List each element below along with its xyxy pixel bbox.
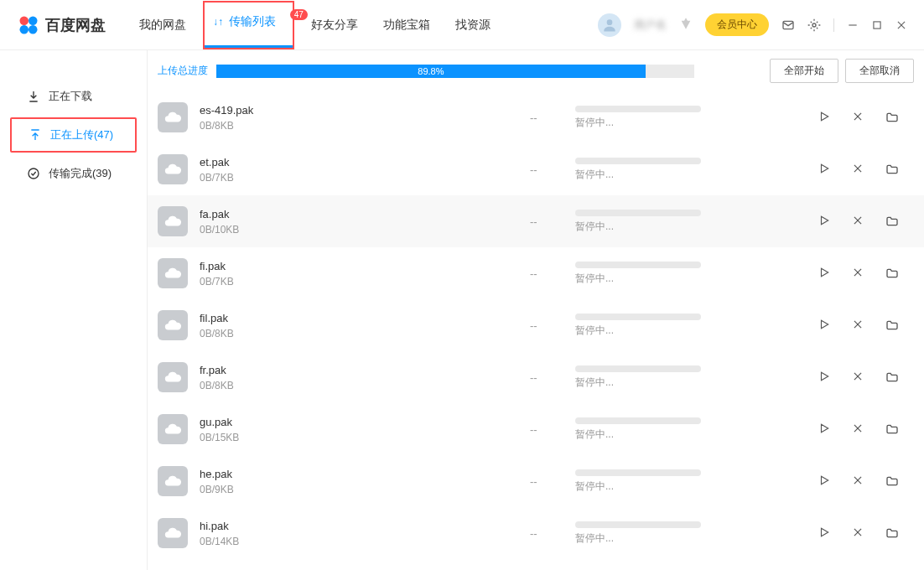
file-row[interactable]: gu.pak 0B/15KB -- 暂停中...: [148, 403, 924, 455]
nav-my-pan[interactable]: 我的网盘: [139, 1, 186, 49]
sidebar-completed-label: 传输完成(39): [49, 166, 112, 181]
cancel-icon[interactable]: [852, 319, 864, 332]
file-progress: 暂停中...: [575, 158, 807, 182]
progress-fill: 89.8%: [216, 65, 646, 78]
file-row[interactable]: fil.pak 0B/8KB -- 暂停中...: [148, 299, 924, 351]
file-progress: 暂停中...: [575, 314, 807, 338]
play-icon[interactable]: [818, 474, 830, 488]
minimize-icon[interactable]: [847, 19, 859, 31]
sidebar-uploading[interactable]: 正在上传(47): [10, 117, 137, 153]
file-progress: 暂停中...: [575, 469, 807, 494]
file-row[interactable]: es-419.pak 0B/8KB -- 暂停中...: [148, 91, 924, 143]
progress-bar: 上传总进度 89.8% 全部开始 全部取消: [148, 50, 924, 91]
file-size: 0B/7KB: [200, 172, 518, 184]
file-speed: --: [530, 215, 563, 228]
file-size: 0B/15KB: [200, 432, 518, 443]
file-info: es-419.pak 0B/8KB: [200, 104, 518, 132]
file-speed: --: [530, 527, 563, 540]
file-info: he.pak 0B/9KB: [200, 468, 518, 495]
close-icon[interactable]: [895, 19, 907, 31]
sidebar-downloading[interactable]: 正在下载: [10, 80, 137, 112]
file-size: 0B/8KB: [200, 328, 518, 339]
svg-point-3: [29, 25, 38, 34]
nav-find-resource[interactable]: 找资源: [455, 1, 491, 49]
play-icon[interactable]: [818, 163, 830, 176]
file-actions: [818, 215, 914, 228]
file-status: 暂停中...: [575, 531, 807, 546]
file-type-icon: [158, 258, 188, 288]
folder-icon[interactable]: [885, 474, 899, 488]
folder-icon[interactable]: [885, 526, 899, 540]
file-type-icon: [158, 362, 188, 392]
svg-point-2: [20, 25, 29, 34]
file-speed: --: [530, 475, 563, 488]
cancel-icon[interactable]: [852, 422, 864, 436]
logo-icon: [17, 13, 40, 37]
play-icon[interactable]: [818, 319, 830, 332]
file-list[interactable]: es-419.pak 0B/8KB -- 暂停中... et.pak 0B/7K…: [148, 91, 924, 570]
folder-icon[interactable]: [885, 215, 899, 228]
file-actions: [818, 370, 914, 384]
cancel-icon[interactable]: [852, 163, 864, 176]
svg-point-11: [29, 168, 39, 179]
play-icon[interactable]: [818, 422, 830, 436]
cancel-icon[interactable]: [852, 370, 864, 384]
svg-marker-36: [822, 528, 828, 536]
maximize-icon[interactable]: [871, 19, 883, 31]
logo[interactable]: 百度网盘: [17, 13, 106, 37]
check-icon: [27, 167, 40, 180]
folder-icon[interactable]: [885, 163, 899, 176]
cancel-all-button[interactable]: 全部取消: [845, 59, 914, 83]
file-speed: --: [530, 423, 563, 436]
file-status: 暂停中...: [575, 272, 807, 286]
folder-icon[interactable]: [885, 111, 899, 124]
file-row[interactable]: hr.pak 0B/8KB -- 暂停中...: [148, 559, 924, 570]
cancel-icon[interactable]: [852, 215, 864, 228]
play-icon[interactable]: [818, 370, 830, 384]
file-row[interactable]: fi.pak 0B/7KB -- 暂停中...: [148, 247, 924, 299]
file-info: fil.pak 0B/8KB: [200, 312, 518, 339]
file-row[interactable]: hi.pak 0B/14KB -- 暂停中...: [148, 507, 924, 559]
logo-text: 百度网盘: [45, 15, 106, 35]
file-row[interactable]: he.pak 0B/9KB -- 暂停中...: [148, 455, 924, 507]
file-size: 0B/9KB: [200, 484, 518, 495]
file-info: fa.pak 0B/10KB: [200, 208, 518, 236]
cancel-icon[interactable]: [852, 526, 864, 540]
play-icon[interactable]: [818, 267, 830, 280]
folder-icon[interactable]: [885, 422, 899, 436]
settings-icon[interactable]: [807, 18, 821, 32]
file-info: et.pak 0B/7KB: [200, 156, 518, 184]
file-type-icon: [158, 102, 188, 132]
nav-toolbox[interactable]: 功能宝箱: [383, 1, 430, 49]
file-status: 暂停中...: [575, 220, 807, 234]
file-name: et.pak: [200, 156, 518, 168]
avatar[interactable]: [598, 13, 621, 37]
file-row[interactable]: fa.pak 0B/10KB -- 暂停中...: [148, 195, 924, 247]
file-row[interactable]: fr.pak 0B/8KB -- 暂停中...: [148, 351, 924, 403]
file-size: 0B/8KB: [200, 120, 518, 132]
start-all-button[interactable]: 全部开始: [770, 59, 838, 83]
cancel-icon[interactable]: [852, 111, 864, 124]
folder-icon[interactable]: [885, 319, 899, 332]
sidebar-completed[interactable]: 传输完成(39): [10, 158, 137, 189]
folder-icon[interactable]: [885, 267, 899, 280]
cancel-icon[interactable]: [852, 474, 864, 488]
play-icon[interactable]: [818, 215, 830, 228]
cancel-icon[interactable]: [852, 267, 864, 280]
file-name: fr.pak: [200, 364, 518, 376]
file-actions: [818, 111, 914, 124]
play-icon[interactable]: [818, 111, 830, 124]
file-speed: --: [530, 111, 563, 124]
file-actions: [818, 422, 914, 436]
user-name[interactable]: 用户名: [634, 18, 667, 33]
mail-icon[interactable]: [781, 18, 795, 32]
file-row[interactable]: et.pak 0B/7KB -- 暂停中...: [148, 143, 924, 195]
nav-friend-share[interactable]: 好友分享: [311, 1, 358, 49]
upload-icon: [29, 128, 42, 142]
header-right: 用户名 会员中心: [598, 13, 907, 37]
play-icon[interactable]: [818, 526, 830, 540]
vip-center-button[interactable]: 会员中心: [705, 13, 769, 36]
nav-transfer[interactable]: ↓↑ 传输列表 47: [203, 1, 294, 49]
divider: [833, 18, 834, 32]
folder-icon[interactable]: [885, 370, 899, 384]
